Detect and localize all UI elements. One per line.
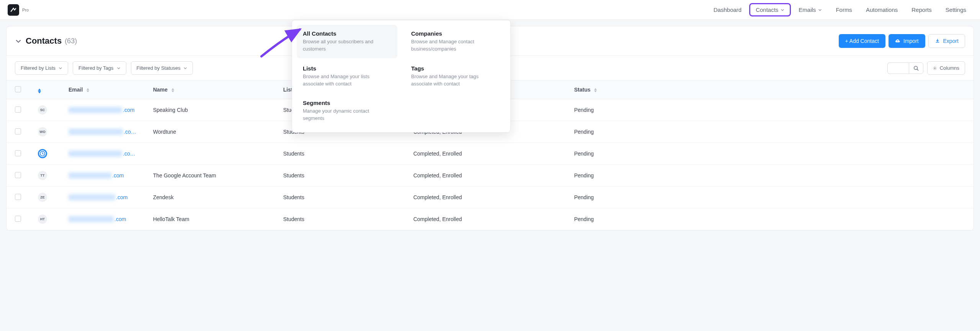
filter-lists-label: Filtered by Lists — [21, 65, 56, 71]
dropdown-lists-title: Lists — [303, 65, 391, 72]
email-cell[interactable]: .com — [69, 172, 136, 179]
sort-icon — [172, 88, 174, 92]
row-checkbox[interactable] — [15, 194, 21, 200]
nav-emails-label: Emails — [799, 7, 816, 13]
email-suffix: .com — [112, 172, 124, 179]
nav-dashboard[interactable]: Dashboard — [707, 3, 748, 16]
table-row[interactable]: .co… Students Completed, Enrolled Pendin… — [7, 143, 973, 165]
email-redacted — [69, 107, 122, 113]
chevron-down-icon — [59, 66, 62, 70]
avatar: SC — [38, 105, 47, 115]
import-button[interactable]: Import — [889, 34, 925, 48]
chevron-down-icon — [781, 8, 784, 12]
col-status[interactable]: Status — [566, 80, 973, 99]
dropdown-tags[interactable]: Tags Browse and Manage your tags associa… — [405, 60, 506, 93]
nav-emails[interactable]: Emails — [792, 3, 828, 16]
name-cell — [145, 143, 275, 165]
status-cell: Pending — [566, 165, 973, 187]
search-box — [887, 62, 923, 74]
cloud-upload-icon — [895, 38, 900, 44]
page-title: Contacts — [26, 36, 62, 46]
logo-icon — [8, 4, 19, 16]
filter-lists[interactable]: Filtered by Lists — [15, 61, 68, 75]
nav-settings[interactable]: Settings — [939, 3, 972, 16]
email-redacted — [69, 216, 114, 222]
avatar: WO — [38, 127, 47, 136]
name-cell: Wordtune — [145, 121, 275, 143]
main-nav: Dashboard Contacts Emails Forms Automati… — [707, 3, 972, 16]
gear-icon — [933, 66, 937, 70]
email-cell[interactable]: .com — [69, 107, 136, 113]
table-row[interactable]: ZE .com Zendesk Students Completed, Enro… — [7, 187, 973, 208]
filter-tags[interactable]: Filtered by Tags — [73, 61, 126, 75]
email-cell[interactable]: .com — [69, 216, 136, 222]
columns-button[interactable]: Columns — [927, 61, 965, 75]
add-contact-button[interactable]: + Add Contact — [839, 34, 885, 48]
email-redacted — [69, 151, 122, 157]
dropdown-segments[interactable]: Segments Manage your dynamic contact seg… — [297, 94, 397, 128]
dropdown-companies[interactable]: Companies Browse and Manage contact busi… — [405, 25, 506, 58]
row-checkbox[interactable] — [15, 172, 21, 178]
table-row[interactable]: HT .com HelloTalk Team Students Complete… — [7, 208, 973, 230]
dropdown-all-contacts-desc: Browse all your subscribers and customer… — [303, 38, 391, 53]
dropdown-companies-desc: Browse and Manage contact business/compa… — [411, 38, 500, 53]
dropdown-tags-title: Tags — [411, 65, 500, 72]
dropdown-tags-desc: Browse and Manage your tags associate wi… — [411, 73, 500, 88]
dropdown-segments-desc: Manage your dynamic contact segments — [303, 108, 391, 122]
email-cell[interactable]: .com — [69, 194, 136, 200]
export-button[interactable]: Export — [928, 34, 965, 48]
table-row[interactable]: TT .com The Google Account Team Students… — [7, 165, 973, 187]
dropdown-lists[interactable]: Lists Browse and Manage your lists assoc… — [297, 60, 397, 93]
tags-cell: Completed, Enrolled — [405, 208, 566, 230]
nav-automations[interactable]: Automations — [860, 3, 904, 16]
chevron-down-icon — [117, 66, 121, 70]
row-checkbox[interactable] — [15, 150, 21, 156]
email-suffix: .com — [116, 194, 127, 200]
name-cell: The Google Account Team — [145, 165, 275, 187]
collapse-toggle-icon[interactable] — [15, 38, 22, 44]
avatar: ZE — [38, 193, 47, 202]
dropdown-all-contacts[interactable]: All Contacts Browse all your subscribers… — [297, 25, 397, 58]
contacts-count: (63) — [65, 37, 77, 45]
sort-icon — [87, 88, 89, 92]
search-input[interactable] — [887, 62, 909, 74]
col-email[interactable]: Email — [60, 80, 145, 99]
dropdown-segments-title: Segments — [303, 100, 391, 106]
col-email-label: Email — [69, 87, 83, 93]
dropdown-lists-desc: Browse and Manage your lists associate w… — [303, 73, 391, 88]
dropdown-companies-title: Companies — [411, 30, 500, 37]
sort-icon — [594, 88, 597, 92]
nav-contacts[interactable]: Contacts — [749, 3, 791, 16]
select-all-checkbox[interactable] — [15, 86, 21, 92]
email-cell[interactable]: .co… — [69, 129, 136, 135]
row-checkbox[interactable] — [15, 107, 21, 113]
col-name-label: Name — [153, 87, 168, 93]
row-checkbox[interactable] — [15, 216, 21, 222]
brand-badge: Pro — [22, 8, 29, 12]
status-cell: Pending — [566, 143, 973, 165]
search-button[interactable] — [909, 62, 923, 74]
filter-right: Columns — [887, 61, 965, 75]
row-checkbox[interactable] — [15, 128, 21, 134]
filter-statuses[interactable]: Filtered by Statuses — [131, 61, 193, 75]
email-suffix: .com — [114, 216, 126, 222]
avatar: HT — [38, 215, 47, 224]
nav-forms[interactable]: Forms — [830, 3, 858, 16]
email-cell[interactable]: .co… — [69, 151, 136, 157]
download-icon — [935, 38, 940, 44]
brand: Pro — [8, 4, 29, 16]
status-cell: Pending — [566, 121, 973, 143]
email-redacted — [69, 129, 123, 135]
email-redacted — [69, 194, 115, 200]
contacts-dropdown: All Contacts Browse all your subscribers… — [292, 20, 511, 133]
dropdown-all-contacts-title: All Contacts — [303, 30, 391, 37]
name-cell: Zendesk — [145, 187, 275, 208]
import-label: Import — [903, 38, 919, 44]
topbar: Pro Dashboard Contacts Emails Forms Auto… — [0, 0, 980, 20]
search-icon — [913, 66, 919, 71]
nav-reports[interactable]: Reports — [905, 3, 938, 16]
sort-toggle[interactable] — [38, 88, 41, 93]
status-cell: Pending — [566, 208, 973, 230]
svg-point-1 — [934, 67, 935, 69]
col-name[interactable]: Name — [145, 80, 275, 99]
